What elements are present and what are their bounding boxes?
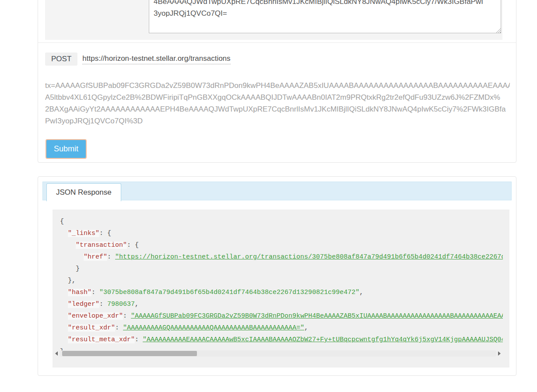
json-response-card: JSON Response { "_links": { "transaction… — [38, 176, 516, 376]
code-token: , — [359, 289, 363, 296]
section-divider — [38, 42, 516, 43]
code-line: } — [60, 263, 503, 275]
code-token: : — [123, 312, 131, 320]
code-token — [60, 230, 68, 237]
code-line: "result_xdr": "AAAAAAAAAGQAAAAAAAAAAQAAA… — [60, 322, 503, 334]
transaction-submit-card: 4BeAAAAQJWdTwpUXpRE7CqcBnrlIsMv1JKcMIBjl… — [38, 0, 516, 163]
xdr-link[interactable]: "AAAAAAAAAGQAAAAAAAAAAQAAAAAAAAABAAAAAAA… — [123, 324, 304, 332]
json-key: "hash" — [68, 289, 91, 296]
request-line: POST https://horizon-testnet.stellar.org… — [45, 52, 231, 66]
request-body-line: 2BAXgAAiGyYt2AAAAAAAAAAAAEPH4BeAAAAQJWdT… — [45, 103, 510, 115]
scrollbar-track[interactable] — [60, 350, 496, 357]
code-token: : — [99, 301, 107, 308]
xdr-input-section: 4BeAAAAQJWdTwpUXpRE7CqcBnrlIsMv1JKcMIBjl… — [45, 0, 502, 40]
json-code-lines: { "_links": { "transaction": { "href": "… — [60, 216, 509, 357]
code-token: : — [115, 324, 123, 332]
json-key: "envelope_xdr" — [68, 312, 123, 320]
json-response-block: { "_links": { "transaction": { "href": "… — [53, 210, 509, 368]
code-line: "href": "https://horizon-testnet.stellar… — [60, 251, 503, 263]
tab-json-response[interactable]: JSON Response — [46, 183, 121, 201]
json-key: "_links" — [68, 230, 99, 237]
code-line: "_links": { — [60, 228, 503, 239]
json-key: "href" — [84, 253, 107, 261]
code-token — [60, 301, 68, 308]
code-token — [60, 324, 68, 332]
json-key: "ledger" — [68, 301, 99, 308]
endpoint-url-link[interactable]: https://horizon-testnet.stellar.org/tran… — [82, 54, 230, 64]
code-line: "transaction": { — [60, 239, 503, 251]
scroll-right-arrow-icon[interactable] — [498, 351, 501, 356]
code-token — [60, 253, 84, 261]
code-token: "3075be808af847a79d491b6f65b4d0241df7464… — [99, 289, 359, 296]
code-token: } — [60, 265, 80, 273]
http-method-badge: POST — [45, 52, 77, 66]
request-body-line: A5ltbbv4XL61QGpylzCe2B%2BDWFiripiTqPnGBX… — [45, 91, 510, 103]
code-token: : { — [127, 242, 139, 249]
request-body-line: PwI3yopJRQj1QVCo7QI%3D — [45, 115, 510, 127]
code-token: { — [60, 218, 64, 225]
code-token: , — [304, 324, 308, 332]
code-line: { — [60, 216, 503, 228]
json-key: "transaction" — [76, 242, 127, 249]
xdr-link[interactable]: "https://horizon-testnet.stellar.org/tra… — [115, 253, 503, 261]
code-token: : — [135, 336, 143, 343]
xdr-textarea[interactable]: 4BeAAAAQJWdTwpUXpRE7CqcBnrlIsMv1JKcMIBjl… — [149, 0, 501, 33]
code-line: "result_meta_xdr": "AAAAAAAAAAEAAAACAAAA… — [60, 334, 503, 346]
code-token — [60, 336, 68, 343]
code-token: : { — [99, 230, 111, 237]
code-token — [60, 242, 76, 249]
code-token: 7980637 — [107, 301, 135, 308]
submit-button[interactable]: Submit — [46, 139, 87, 159]
code-line: }, — [60, 275, 503, 287]
json-key: "result_xdr" — [68, 324, 115, 332]
json-key: "result_meta_xdr" — [68, 336, 135, 343]
code-line: "hash": "3075be808af847a79d491b6f65b4d02… — [60, 287, 503, 298]
code-token: , — [135, 301, 139, 308]
code-token — [60, 312, 68, 320]
response-tab-strip: JSON Response — [42, 182, 512, 200]
code-token: }, — [60, 277, 76, 284]
code-token: : — [107, 253, 115, 261]
code-token: : — [91, 289, 99, 296]
scrollbar-thumb[interactable] — [62, 351, 197, 356]
horizontal-scrollbar[interactable] — [55, 350, 501, 357]
xdr-link[interactable]: "AAAAAAAAAAEAAAACAAAAAwB5xcIAAAABAAAAAOZ… — [143, 336, 503, 343]
request-body-line: tx=AAAAAGfSUBPab09FC3GRGDa2vZ59B0W73dRnP… — [45, 80, 510, 91]
code-line: "envelope_xdr": "AAAAAGfSUBPab09FC3GRGDa… — [60, 310, 503, 322]
xdr-link[interactable]: "AAAAAGfSUBPab09FC3GRGDa2vZ59B0W73dRnPDo… — [131, 312, 503, 320]
scroll-left-arrow-icon[interactable] — [55, 351, 58, 356]
request-body-text: tx=AAAAAGfSUBPab09FC3GRGDa2vZ59B0W73dRnP… — [45, 80, 510, 127]
code-token — [60, 289, 68, 296]
code-line: "ledger": 7980637, — [60, 298, 503, 310]
